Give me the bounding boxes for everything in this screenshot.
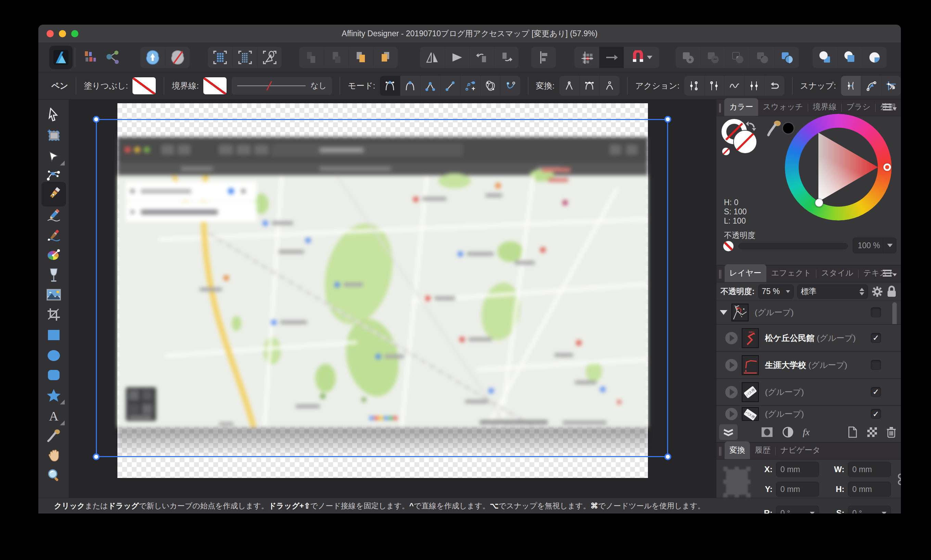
close-button[interactable] xyxy=(46,30,54,37)
shade-selector[interactable] xyxy=(815,198,823,207)
opacity-value-dropdown[interactable]: 100 % xyxy=(852,238,896,253)
boolean-intersect-icon[interactable] xyxy=(725,47,750,68)
zoom-button[interactable] xyxy=(71,30,79,37)
pen-tool[interactable] xyxy=(42,182,66,206)
delete-layer-trash-icon[interactable] xyxy=(886,426,896,438)
insert-inside-selection-icon[interactable] xyxy=(862,47,886,68)
pen-mode-polygon-icon[interactable] xyxy=(420,76,440,96)
canvas-viewport[interactable] xyxy=(69,100,716,498)
adjustment-layer-icon[interactable] xyxy=(782,426,794,438)
panel-grip[interactable] xyxy=(719,447,721,456)
layer-row[interactable]: ABC 松ケ丘公民館 (グループ) ✓ xyxy=(716,325,901,352)
blend-mode-dropdown[interactable]: 標準 xyxy=(797,285,868,299)
toggle-grid-icon[interactable] xyxy=(574,47,599,68)
stroke-width-dropdown[interactable]: なし xyxy=(232,77,332,95)
tab-navigator[interactable]: ナビゲータ xyxy=(776,442,825,459)
shear-field[interactable]: 0 ° xyxy=(848,506,891,514)
hue-selector[interactable] xyxy=(883,163,891,171)
layer-visibility-checkbox[interactable] xyxy=(871,307,881,318)
select-object-icon[interactable] xyxy=(257,47,282,68)
selection-node-bottom-left[interactable] xyxy=(93,453,100,460)
expand-arrow-icon[interactable] xyxy=(725,386,738,398)
collapse-arrow-icon[interactable] xyxy=(720,310,727,315)
transform-origin-icon[interactable] xyxy=(599,47,624,68)
convert-curve-icon[interactable] xyxy=(599,76,619,96)
pen-mode-curve-icon[interactable] xyxy=(500,76,520,96)
action-close-icon[interactable] xyxy=(744,76,765,96)
tab-history[interactable]: 履歴 xyxy=(750,442,775,459)
expand-arrow-icon[interactable] xyxy=(725,332,738,344)
snapping-magnet-icon[interactable] xyxy=(624,47,659,68)
ellipse-tool[interactable] xyxy=(42,345,66,366)
snapping-dropdown-caret[interactable] xyxy=(647,56,652,59)
tab-layers[interactable]: レイヤー xyxy=(725,264,766,282)
new-layer-icon[interactable] xyxy=(848,426,858,438)
layer-row[interactable]: 生涯大学校 (グループ) xyxy=(716,352,901,379)
action-smooth-icon[interactable] xyxy=(724,76,744,96)
layer-thumbnail[interactable]: バス停 xyxy=(742,382,759,402)
expand-arrow-icon[interactable] xyxy=(725,408,738,420)
brush-tool[interactable] xyxy=(42,225,66,246)
flip-vertical-icon[interactable] xyxy=(445,47,469,68)
selection-node-bottom-right[interactable] xyxy=(664,453,671,460)
flip-horizontal-icon[interactable] xyxy=(420,47,445,68)
stroke-swatch[interactable] xyxy=(203,77,227,95)
rounded-rectangle-tool[interactable] xyxy=(42,365,66,385)
layer-thumbnail[interactable] xyxy=(742,355,759,375)
insert-in-front-icon[interactable] xyxy=(837,47,862,68)
insert-inside-icon[interactable] xyxy=(140,47,165,68)
w-field[interactable]: 0 mm xyxy=(848,462,891,477)
boolean-divide-icon[interactable] xyxy=(774,47,799,68)
rotate-ccw-icon[interactable] xyxy=(469,47,494,68)
transparency-tool[interactable] xyxy=(42,265,66,285)
forward-one-icon[interactable] xyxy=(349,47,373,68)
artboard-tool[interactable] xyxy=(42,125,66,146)
selection-tool[interactable] xyxy=(42,146,66,167)
select-same-icon[interactable] xyxy=(208,47,232,68)
layer-thumbnail[interactable]: ABC xyxy=(742,328,759,348)
y-field[interactable]: 0 mm xyxy=(776,482,819,497)
layer-thumbnail[interactable] xyxy=(732,304,749,322)
action-join-icon[interactable] xyxy=(704,76,725,96)
layer-thumbnail[interactable]: バス停 xyxy=(742,407,759,421)
insert-behind-icon[interactable] xyxy=(812,47,837,68)
layer-visibility-checkbox[interactable]: ✓ xyxy=(871,387,881,397)
mask-layer-icon[interactable] xyxy=(761,427,773,438)
layer-visibility-checkbox[interactable] xyxy=(871,360,881,370)
view-tool[interactable] xyxy=(42,445,66,466)
lock-icon[interactable] xyxy=(886,285,897,298)
action-break-icon[interactable] xyxy=(684,76,704,96)
selection-bounds[interactable] xyxy=(96,119,668,457)
layer-row[interactable]: バス停 (グループ) ✓ xyxy=(716,379,901,406)
snap-curve-icon[interactable] xyxy=(861,76,881,96)
panel-grip[interactable] xyxy=(719,270,721,278)
tab-brush[interactable]: ブラシ xyxy=(841,98,875,116)
tab-swatches[interactable]: スウォッチ xyxy=(758,98,808,116)
color-format-icon[interactable] xyxy=(79,46,101,68)
convert-sharp-icon[interactable] xyxy=(559,76,579,96)
opacity-slider[interactable] xyxy=(738,243,848,249)
fill-swatch[interactable] xyxy=(132,77,156,95)
alignment-icon[interactable] xyxy=(531,47,556,68)
layer-visibility-checkbox[interactable]: ✓ xyxy=(871,409,881,419)
selection-node-top-right[interactable] xyxy=(664,116,671,123)
layer-settings-gear-icon[interactable] xyxy=(871,286,883,297)
boolean-add-icon[interactable]: + xyxy=(676,47,700,68)
link-dimensions-chain-icon[interactable] xyxy=(897,473,901,488)
pen-mode-pen-add-icon[interactable]: + xyxy=(460,76,480,96)
pencil-tool[interactable] xyxy=(42,205,66,225)
color-panel-menu-icon[interactable] xyxy=(883,104,897,111)
symbols-icon[interactable] xyxy=(102,46,124,68)
insert-off-icon[interactable] xyxy=(165,47,190,68)
tab-effects[interactable]: エフェクト xyxy=(766,264,816,282)
pen-mode-overlap-icon[interactable] xyxy=(480,76,500,96)
opacity-dropdown-caret[interactable] xyxy=(883,238,896,253)
layers-scrollbar[interactable] xyxy=(892,302,897,325)
text-tool[interactable]: A xyxy=(42,406,66,427)
to-front-icon[interactable] xyxy=(373,47,398,68)
pen-mode-line-icon[interactable] xyxy=(440,76,460,96)
boolean-xor-icon[interactable] xyxy=(750,47,774,68)
rotate-cw-icon[interactable] xyxy=(494,47,519,68)
select-similar-icon[interactable] xyxy=(232,47,257,68)
tab-stroke[interactable]: 境界線 xyxy=(808,98,841,116)
